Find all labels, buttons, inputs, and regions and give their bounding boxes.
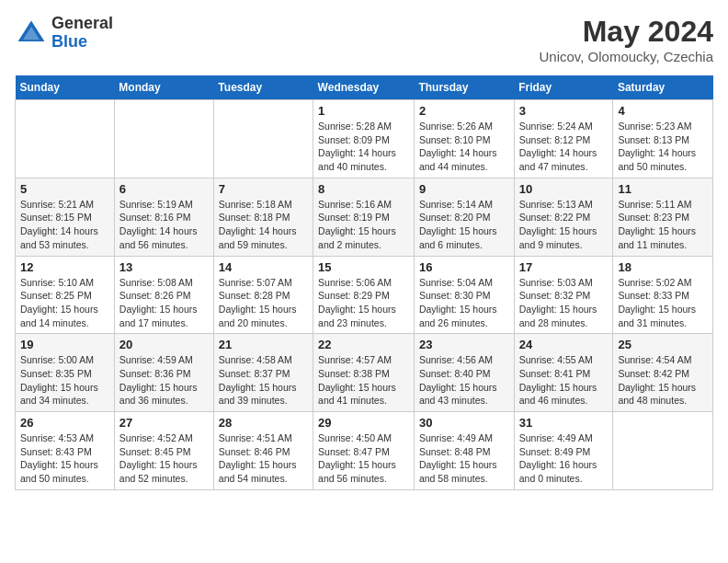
calendar-cell: 18Sunrise: 5:02 AMSunset: 8:33 PMDayligh… [613,256,713,334]
calendar-cell: 6Sunrise: 5:19 AMSunset: 8:16 PMDaylight… [114,178,213,256]
page-header: General Blue May 2024 Unicov, Olomoucky,… [15,15,713,64]
calendar-cell: 27Sunrise: 4:52 AMSunset: 8:45 PMDayligh… [114,412,213,490]
day-number: 20 [119,338,209,351]
day-info: Sunrise: 5:28 AMSunset: 8:09 PMDaylight:… [318,120,409,174]
calendar-cell: 2Sunrise: 5:26 AMSunset: 8:10 PMDaylight… [414,100,514,178]
day-number: 22 [318,338,409,351]
day-number: 19 [20,338,109,351]
header-thursday: Thursday [414,75,514,100]
day-number: 12 [20,260,109,274]
day-info: Sunrise: 5:11 AMSunset: 8:23 PMDaylight:… [618,198,708,252]
day-info: Sunrise: 5:18 AMSunset: 8:18 PMDaylight:… [219,198,308,252]
calendar-cell: 12Sunrise: 5:10 AMSunset: 8:25 PMDayligh… [16,256,115,334]
day-info: Sunrise: 4:59 AMSunset: 8:36 PMDaylight:… [119,353,209,408]
month-title: May 2024 [539,15,713,49]
calendar-cell: 5Sunrise: 5:21 AMSunset: 8:15 PMDaylight… [16,178,115,256]
day-number: 4 [618,104,708,118]
day-number: 9 [419,182,509,196]
day-info: Sunrise: 5:26 AMSunset: 8:10 PMDaylight:… [419,120,509,174]
calendar-week-4: 19Sunrise: 5:00 AMSunset: 8:35 PMDayligh… [16,334,713,412]
day-number: 3 [519,104,609,118]
calendar-cell: 13Sunrise: 5:08 AMSunset: 8:26 PMDayligh… [114,256,213,334]
calendar-cell: 25Sunrise: 4:54 AMSunset: 8:42 PMDayligh… [613,334,713,412]
calendar-cell: 11Sunrise: 5:11 AMSunset: 8:23 PMDayligh… [613,178,713,256]
day-number: 7 [219,182,308,196]
calendar-cell: 20Sunrise: 4:59 AMSunset: 8:36 PMDayligh… [114,334,213,412]
calendar-cell: 22Sunrise: 4:57 AMSunset: 8:38 PMDayligh… [313,334,415,412]
day-info: Sunrise: 5:00 AMSunset: 8:35 PMDaylight:… [20,353,109,408]
day-info: Sunrise: 5:04 AMSunset: 8:30 PMDaylight:… [419,276,509,330]
day-info: Sunrise: 5:10 AMSunset: 8:25 PMDaylight:… [20,276,109,330]
calendar-cell: 31Sunrise: 4:49 AMSunset: 8:49 PMDayligh… [514,412,613,490]
day-info: Sunrise: 4:57 AMSunset: 8:38 PMDaylight:… [318,353,409,408]
day-number: 21 [219,338,308,351]
calendar-cell: 8Sunrise: 5:16 AMSunset: 8:19 PMDaylight… [313,178,415,256]
calendar-cell [613,412,713,490]
day-number: 14 [219,260,308,274]
day-info: Sunrise: 5:24 AMSunset: 8:12 PMDaylight:… [519,120,609,174]
calendar-header-row: SundayMondayTuesdayWednesdayThursdayFrid… [16,75,713,100]
logo-general-text: General [51,15,113,33]
day-info: Sunrise: 5:13 AMSunset: 8:22 PMDaylight:… [519,198,609,252]
day-number: 8 [318,182,409,196]
day-info: Sunrise: 5:19 AMSunset: 8:16 PMDaylight:… [119,198,209,252]
header-saturday: Saturday [613,75,713,100]
day-info: Sunrise: 4:51 AMSunset: 8:46 PMDaylight:… [219,431,308,486]
day-number: 6 [119,182,209,196]
header-friday: Friday [514,75,613,100]
day-info: Sunrise: 5:16 AMSunset: 8:19 PMDaylight:… [318,198,409,252]
day-info: Sunrise: 4:54 AMSunset: 8:42 PMDaylight:… [618,353,708,408]
header-sunday: Sunday [16,75,115,100]
day-info: Sunrise: 5:08 AMSunset: 8:26 PMDaylight:… [119,276,209,330]
day-number: 10 [519,182,609,196]
day-number: 16 [419,260,509,274]
calendar-cell: 14Sunrise: 5:07 AMSunset: 8:28 PMDayligh… [213,256,313,334]
calendar-cell [16,100,115,178]
day-number: 18 [618,260,708,274]
day-number: 25 [618,338,708,351]
calendar-cell: 19Sunrise: 5:00 AMSunset: 8:35 PMDayligh… [16,334,115,412]
calendar-week-5: 26Sunrise: 4:53 AMSunset: 8:43 PMDayligh… [16,412,713,490]
day-info: Sunrise: 5:14 AMSunset: 8:20 PMDaylight:… [419,198,509,252]
calendar-cell: 28Sunrise: 4:51 AMSunset: 8:46 PMDayligh… [213,412,313,490]
day-info: Sunrise: 4:53 AMSunset: 8:43 PMDaylight:… [20,431,109,486]
calendar-cell: 15Sunrise: 5:06 AMSunset: 8:29 PMDayligh… [313,256,415,334]
day-info: Sunrise: 5:03 AMSunset: 8:32 PMDaylight:… [519,276,609,330]
logo-icon [15,17,48,50]
day-info: Sunrise: 4:49 AMSunset: 8:49 PMDaylight:… [519,431,609,486]
day-number: 5 [20,182,109,196]
calendar-cell [213,100,313,178]
day-info: Sunrise: 5:07 AMSunset: 8:28 PMDaylight:… [219,276,308,330]
logo-blue-text: Blue [51,33,113,52]
calendar-cell: 24Sunrise: 4:55 AMSunset: 8:41 PMDayligh… [514,334,613,412]
day-info: Sunrise: 4:58 AMSunset: 8:37 PMDaylight:… [219,353,308,408]
calendar-cell: 30Sunrise: 4:49 AMSunset: 8:48 PMDayligh… [414,412,514,490]
day-info: Sunrise: 4:56 AMSunset: 8:40 PMDaylight:… [419,353,509,408]
calendar-cell: 3Sunrise: 5:24 AMSunset: 8:12 PMDaylight… [514,100,613,178]
calendar-cell: 17Sunrise: 5:03 AMSunset: 8:32 PMDayligh… [514,256,613,334]
logo: General Blue [15,15,113,52]
title-block: May 2024 Unicov, Olomoucky, Czechia [539,15,713,64]
calendar-cell: 26Sunrise: 4:53 AMSunset: 8:43 PMDayligh… [16,412,115,490]
header-wednesday: Wednesday [313,75,415,100]
day-number: 2 [419,104,509,118]
day-number: 27 [119,416,209,430]
calendar-week-2: 5Sunrise: 5:21 AMSunset: 8:15 PMDaylight… [16,178,713,256]
calendar-cell: 23Sunrise: 4:56 AMSunset: 8:40 PMDayligh… [414,334,514,412]
header-monday: Monday [114,75,213,100]
calendar-week-1: 1Sunrise: 5:28 AMSunset: 8:09 PMDaylight… [16,100,713,178]
calendar-cell: 29Sunrise: 4:50 AMSunset: 8:47 PMDayligh… [313,412,415,490]
day-info: Sunrise: 5:23 AMSunset: 8:13 PMDaylight:… [618,120,708,174]
day-number: 11 [618,182,708,196]
header-tuesday: Tuesday [213,75,313,100]
day-info: Sunrise: 4:49 AMSunset: 8:48 PMDaylight:… [419,431,509,486]
day-number: 31 [519,416,609,430]
day-info: Sunrise: 4:55 AMSunset: 8:41 PMDaylight:… [519,353,609,408]
day-number: 30 [419,416,509,430]
calendar-cell: 10Sunrise: 5:13 AMSunset: 8:22 PMDayligh… [514,178,613,256]
calendar-cell: 21Sunrise: 4:58 AMSunset: 8:37 PMDayligh… [213,334,313,412]
calendar-cell [114,100,213,178]
calendar-cell: 7Sunrise: 5:18 AMSunset: 8:18 PMDaylight… [213,178,313,256]
day-number: 28 [219,416,308,430]
day-number: 15 [318,260,409,274]
